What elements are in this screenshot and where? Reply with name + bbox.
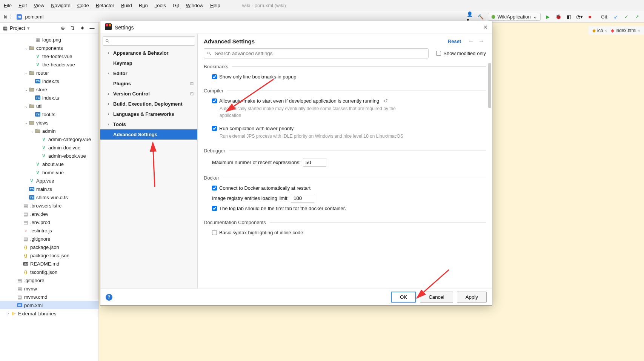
menu-view[interactable]: View bbox=[34, 3, 44, 8]
tree-node[interactable]: ▤.browserslistrc bbox=[0, 201, 98, 210]
expand-icon[interactable]: ⌄ bbox=[24, 71, 29, 75]
apply-button[interactable]: Apply bbox=[457, 292, 487, 303]
settings-nav-item[interactable]: Keymap bbox=[100, 58, 197, 68]
menu-tools[interactable]: Tools bbox=[155, 3, 166, 8]
tree-node[interactable]: Vadmin-doc.vue bbox=[0, 143, 98, 152]
docker-autoconnect[interactable]: Connect to Docker automatically at resta… bbox=[212, 185, 486, 191]
menu-edit[interactable]: Edit bbox=[18, 3, 27, 8]
coverage-icon[interactable]: ◧ bbox=[566, 14, 572, 20]
show-modified-input[interactable] bbox=[436, 51, 441, 56]
git-pull-icon[interactable]: ↙ bbox=[612, 14, 619, 20]
tree-node[interactable]: ⌄store bbox=[0, 85, 98, 94]
hammer-icon[interactable]: 🔨 bbox=[477, 14, 484, 20]
menu-run[interactable]: Run bbox=[139, 3, 148, 8]
expand-icon[interactable]: ⌄ bbox=[24, 121, 29, 125]
doccomp-syntax[interactable]: Basic syntax highlighting of inline code bbox=[212, 230, 486, 235]
menu-git[interactable]: Git bbox=[173, 3, 179, 8]
settings-nav-item[interactable]: ›Languages & Frameworks bbox=[100, 109, 197, 119]
expand-icon[interactable]: ⇅ bbox=[69, 25, 76, 32]
gear-icon[interactable]: ✶ bbox=[79, 25, 86, 32]
show-modified-checkbox[interactable]: Show modified only bbox=[436, 51, 486, 56]
bookmarks-opt1[interactable]: Show only line bookmarks in popup bbox=[212, 74, 486, 80]
settings-nav-item[interactable]: ›Build, Execution, Deployment bbox=[100, 99, 197, 109]
chevron-down-icon[interactable]: ▾ bbox=[27, 25, 30, 31]
locate-icon[interactable]: ⊕ bbox=[59, 25, 66, 32]
tree-node[interactable]: {}tsconfig.json bbox=[0, 268, 98, 276]
project-panel-title[interactable]: Project bbox=[10, 25, 25, 31]
tab-ico[interactable]: ◆ ico × bbox=[592, 28, 607, 33]
tree-node[interactable]: ⌄router bbox=[0, 69, 98, 77]
run-icon[interactable]: ▶ bbox=[544, 14, 551, 20]
hide-icon[interactable]: — bbox=[89, 25, 95, 32]
tree-node[interactable]: Vabout.vue bbox=[0, 160, 98, 168]
close-icon[interactable]: × bbox=[638, 28, 640, 33]
tree-node[interactable]: mpom.xml bbox=[0, 301, 98, 309]
docker-logtab[interactable]: The log tab should be the first tab for … bbox=[212, 206, 486, 211]
menu-code[interactable]: Code bbox=[77, 3, 89, 8]
tab-index-html[interactable]: ◆ index.html × bbox=[611, 28, 640, 33]
settings-nav-item[interactable]: ›Editor bbox=[100, 68, 197, 78]
nav-back-icon[interactable]: ← bbox=[466, 38, 475, 44]
tree-node[interactable]: TSshims-vue.d.ts bbox=[0, 193, 98, 201]
tree-node[interactable]: VApp.vue bbox=[0, 177, 98, 185]
expand-icon[interactable]: › bbox=[6, 312, 11, 316]
settings-nav-item[interactable]: ›Tools bbox=[100, 119, 197, 129]
debugger-maxexpr-input[interactable] bbox=[303, 158, 326, 167]
tree-node[interactable]: Vadmin-ebook.vue bbox=[0, 152, 98, 160]
scrollbar-thumb[interactable] bbox=[488, 63, 491, 108]
tree-node[interactable]: ▤.gitignore bbox=[0, 276, 98, 284]
tree-node[interactable]: ⌄util bbox=[0, 102, 98, 110]
settings-search-input[interactable] bbox=[103, 36, 195, 46]
settings-nav-item[interactable]: ›Appearance & Behavior bbox=[100, 48, 197, 58]
git-commit-icon[interactable]: ✓ bbox=[623, 14, 630, 20]
menu-build[interactable]: Build bbox=[121, 3, 132, 8]
menu-file[interactable]: File bbox=[4, 3, 12, 8]
tree-node[interactable]: ▤mvnw.cmd bbox=[0, 293, 98, 301]
tree-node[interactable]: ›⊪External Libraries bbox=[0, 309, 98, 318]
revert-icon[interactable]: ↺ bbox=[384, 98, 388, 104]
tree-node[interactable]: ▦logo.png bbox=[0, 35, 98, 44]
nav-forward-icon[interactable]: → bbox=[477, 38, 486, 44]
stop-icon[interactable]: ■ bbox=[587, 14, 593, 20]
tree-node[interactable]: ⌄components bbox=[0, 44, 98, 52]
user-icon[interactable]: 👤▾ bbox=[467, 14, 473, 20]
ok-button[interactable]: OK bbox=[391, 292, 416, 303]
run-config-selector[interactable]: ⬢ WikiApplication ⌄ bbox=[488, 13, 541, 21]
menu-window[interactable]: Window bbox=[186, 3, 203, 8]
docker-limit-input[interactable] bbox=[291, 194, 314, 203]
tree-node[interactable]: TSindex.ts bbox=[0, 94, 98, 102]
tree-node[interactable]: ▤.gitignore bbox=[0, 235, 98, 243]
tree-node[interactable]: ○.eslintrc.js bbox=[0, 226, 98, 235]
tree-node[interactable]: {}package.json bbox=[0, 243, 98, 251]
tree-node[interactable]: ▤.env.dev bbox=[0, 210, 98, 218]
tree-node[interactable]: ⌄admin bbox=[0, 127, 98, 135]
menu-help[interactable]: Help bbox=[210, 3, 220, 8]
tree-node[interactable]: {}package-lock.json bbox=[0, 251, 98, 260]
project-tree[interactable]: ▦logo.png⌄componentsVthe-footer.vueVthe-… bbox=[0, 34, 98, 361]
tree-node[interactable]: Vadmin-category.vue bbox=[0, 135, 98, 143]
menu-navigate[interactable]: Navigate bbox=[51, 3, 70, 8]
expand-icon[interactable]: ⌄ bbox=[24, 104, 29, 108]
expand-icon[interactable]: ⌄ bbox=[24, 46, 29, 50]
breadcrumb-part-0[interactable]: ki bbox=[4, 14, 7, 20]
compiler-lowpriority[interactable]: Run compilation with lower priority bbox=[212, 126, 486, 131]
help-icon[interactable]: ? bbox=[106, 294, 112, 301]
close-icon[interactable]: × bbox=[604, 28, 607, 33]
settings-nav-item[interactable]: Advanced Settings bbox=[100, 129, 197, 140]
settings-nav-item[interactable]: ›Version Control⊡ bbox=[100, 89, 197, 99]
close-icon[interactable]: × bbox=[483, 23, 487, 31]
tree-node[interactable]: Vthe-header.vue bbox=[0, 60, 98, 69]
tree-node[interactable]: TSmain.ts bbox=[0, 185, 98, 193]
cancel-button[interactable]: Cancel bbox=[420, 292, 453, 303]
expand-icon[interactable]: ⌄ bbox=[30, 129, 35, 133]
git-push-icon[interactable]: ↗ bbox=[633, 14, 640, 20]
tree-node[interactable]: ⌄views bbox=[0, 118, 98, 127]
expand-icon[interactable]: ⌄ bbox=[24, 88, 29, 92]
tree-node[interactable]: MDREADME.md bbox=[0, 260, 98, 268]
settings-scroll[interactable]: Bookmarks Show only line bookmarks in po… bbox=[198, 62, 492, 289]
tree-node[interactable]: Vhome.vue bbox=[0, 168, 98, 177]
breadcrumb-part-1[interactable]: pom.xml bbox=[25, 14, 43, 20]
tree-node[interactable]: ▤mvnw bbox=[0, 284, 98, 293]
menu-refactor[interactable]: Refactor bbox=[96, 3, 114, 8]
tree-node[interactable]: Vthe-footer.vue bbox=[0, 52, 98, 60]
